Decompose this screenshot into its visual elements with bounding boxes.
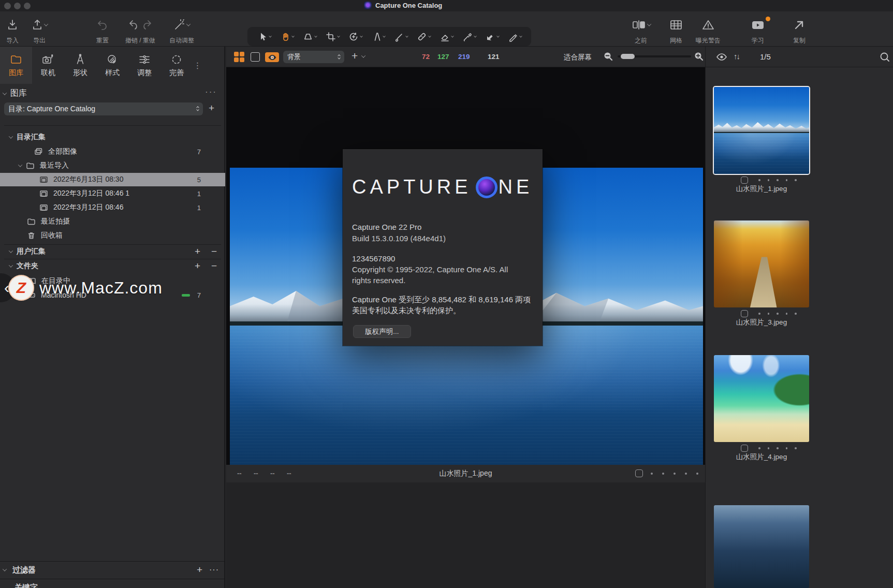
add-filter-button[interactable]: + bbox=[197, 564, 202, 576]
tree-item-trash[interactable]: 回收箱 bbox=[0, 229, 225, 242]
thumbnail-2[interactable] bbox=[714, 220, 809, 307]
tree-item-recent-captures[interactable]: 最近拍摄 bbox=[0, 215, 225, 228]
rating-dots[interactable] bbox=[758, 179, 797, 181]
add-catalog-button[interactable]: + bbox=[209, 102, 214, 114]
proof-view-icon[interactable] bbox=[265, 52, 279, 62]
eyedropper-icon bbox=[462, 32, 473, 42]
rotate-icon bbox=[348, 32, 359, 42]
remove-folder-button[interactable]: − bbox=[211, 260, 217, 272]
reset-button[interactable]: 重置 bbox=[89, 16, 116, 45]
exposure-warning-button[interactable]: 曝光警告 bbox=[690, 16, 727, 45]
pick-checkbox[interactable] bbox=[741, 177, 748, 184]
tab-refine[interactable]: 完善 bbox=[160, 47, 193, 84]
zoom-in-icon[interactable] bbox=[694, 51, 704, 64]
browser-zoom-icon[interactable] bbox=[880, 52, 890, 64]
multi-view-icon[interactable] bbox=[234, 52, 244, 62]
current-filename: 山水照片_1.jpeg bbox=[226, 469, 705, 478]
add-user-collection-button[interactable]: + bbox=[195, 246, 200, 257]
background-select[interactable]: 背景 bbox=[283, 51, 344, 63]
annotate-tool[interactable] bbox=[508, 32, 522, 42]
rotate-tool[interactable] bbox=[348, 32, 362, 42]
remove-user-collection-button[interactable]: − bbox=[211, 246, 217, 257]
rating-dots[interactable] bbox=[758, 313, 797, 315]
thumbnail-3[interactable] bbox=[714, 355, 809, 442]
pan-tool-active[interactable] bbox=[280, 32, 294, 42]
online-status-badge bbox=[182, 294, 190, 297]
divider bbox=[4, 125, 221, 126]
viewer-toolbar: 背景 + 72 127 219 121 适合屏幕 bbox=[226, 47, 705, 67]
tree-item-recent-imports[interactable]: 最近导入 bbox=[0, 159, 225, 172]
zoom-out-icon[interactable] bbox=[603, 51, 613, 64]
before-after-icon bbox=[631, 19, 647, 31]
tab-shape[interactable]: 形状 bbox=[64, 47, 96, 84]
user-collections-header[interactable]: 用户汇集 + − bbox=[0, 245, 225, 258]
tree-item-date-3[interactable]: 2022年3月12日 08:46 1 bbox=[0, 201, 225, 214]
tab-library[interactable]: 图库 bbox=[0, 47, 32, 84]
window-title: Capture One Catalog bbox=[375, 2, 442, 9]
eye-filter-icon[interactable] bbox=[716, 52, 727, 64]
tabs-overflow-menu[interactable]: ⋮ bbox=[193, 47, 203, 84]
copy-adjustments-button[interactable]: 复制 bbox=[786, 16, 813, 45]
thumbnail-2-meta bbox=[714, 310, 809, 318]
tree-item-date-selected[interactable]: 2022年6月13日 08:30 5 bbox=[0, 173, 225, 186]
straighten-icon bbox=[371, 32, 382, 42]
magic-wand-icon bbox=[173, 19, 186, 31]
library-section-header[interactable]: 图库 bbox=[3, 88, 27, 99]
apply-adjustments-tool[interactable] bbox=[485, 32, 499, 42]
catalog-select[interactable]: 目录: Capture One Catalog bbox=[4, 102, 203, 115]
styles-circle-icon bbox=[106, 53, 119, 66]
zoom-window-button[interactable] bbox=[24, 3, 31, 9]
loupe-icon bbox=[303, 32, 313, 42]
draw-mask-tool[interactable] bbox=[394, 32, 408, 42]
pick-checkbox[interactable] bbox=[741, 445, 748, 452]
trash-icon bbox=[27, 231, 36, 240]
straighten-tool[interactable] bbox=[371, 32, 385, 42]
tab-styles[interactable]: 样式 bbox=[96, 47, 128, 84]
photo-water bbox=[230, 326, 703, 465]
sort-order-icon[interactable]: ↑↓ bbox=[734, 52, 739, 61]
chevron-down-icon bbox=[44, 22, 48, 26]
library-more-menu[interactable]: ··· bbox=[205, 87, 217, 97]
all-images-icon bbox=[34, 148, 43, 156]
zoom-slider-handle[interactable] bbox=[621, 54, 635, 59]
minimize-window-button[interactable] bbox=[14, 3, 21, 9]
pick-checkbox[interactable] bbox=[741, 310, 748, 317]
fit-screen-label[interactable]: 适合屏幕 bbox=[564, 53, 592, 62]
export-button[interactable]: 导出 bbox=[25, 16, 54, 45]
thumbnail-4[interactable] bbox=[714, 505, 809, 588]
pick-checkbox[interactable] bbox=[635, 469, 643, 477]
import-button[interactable]: 导入 bbox=[0, 16, 25, 45]
erase-tool[interactable] bbox=[440, 32, 453, 42]
tree-item-all-images[interactable]: 全部图像 7 bbox=[0, 145, 225, 158]
add-folder-button[interactable]: + bbox=[195, 260, 200, 272]
rating-dots[interactable] bbox=[651, 473, 698, 475]
browser-panel: ↑↓ 1/5 山水照片_1.jpeg 山水照片_3.jpeg bbox=[705, 47, 893, 588]
crop-tool[interactable] bbox=[326, 32, 340, 42]
pick-color-tool[interactable] bbox=[462, 32, 476, 42]
grid-button[interactable]: 网格 bbox=[664, 16, 689, 45]
close-window-button[interactable] bbox=[4, 3, 11, 9]
select-tool[interactable] bbox=[257, 32, 271, 42]
single-view-icon[interactable] bbox=[251, 52, 260, 62]
tab-capture[interactable]: 联机 bbox=[32, 47, 64, 84]
heal-tool[interactable] bbox=[417, 32, 431, 42]
chevron-down-icon bbox=[269, 34, 272, 37]
tab-adjust[interactable]: 调整 bbox=[128, 47, 160, 84]
learn-button[interactable]: 学习 bbox=[744, 16, 771, 45]
zoom-slider[interactable] bbox=[618, 55, 691, 57]
catalog-collections-header[interactable]: 目录汇集 bbox=[0, 130, 225, 144]
before-after-button[interactable]: 之前 bbox=[622, 16, 660, 45]
filters-more-menu[interactable]: ··· bbox=[209, 565, 219, 575]
capture-one-window: Capture One Catalog 导入 导出 重置 bbox=[0, 0, 893, 588]
tree-item-date-2[interactable]: 2022年3月12日 08:46 1 1 bbox=[0, 187, 225, 200]
filters-header[interactable]: 过滤器 + ··· bbox=[0, 562, 225, 578]
import-icon bbox=[0, 16, 25, 34]
copyright-notice-button[interactable]: 版权声明... bbox=[353, 325, 411, 338]
loupe-tool[interactable] bbox=[303, 32, 317, 42]
notification-dot bbox=[766, 17, 770, 21]
undo-redo-buttons[interactable]: 撤销 / 重做 bbox=[118, 16, 163, 45]
auto-adjust-button[interactable]: 自动调整 bbox=[165, 16, 199, 45]
thumbnail-1[interactable] bbox=[714, 87, 809, 174]
add-background-button[interactable]: + bbox=[352, 50, 358, 62]
rating-dots[interactable] bbox=[758, 447, 797, 449]
